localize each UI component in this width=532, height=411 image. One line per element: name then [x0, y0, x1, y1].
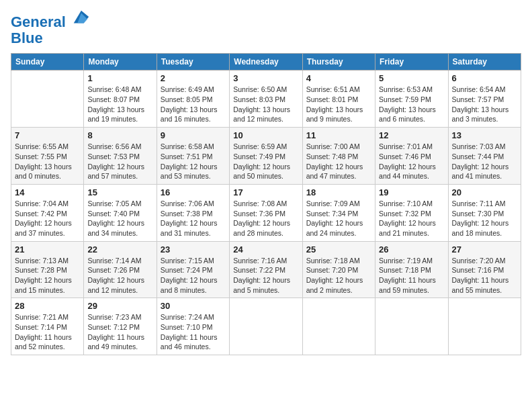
weekday-header-friday: Friday	[375, 54, 448, 71]
day-number: 27	[452, 244, 517, 255]
day-number: 12	[379, 130, 444, 140]
calendar-cell: 16Sunrise: 7:06 AMSunset: 7:38 PMDayligh…	[157, 184, 229, 241]
calendar-cell: 14Sunrise: 7:04 AMSunset: 7:42 PMDayligh…	[11, 184, 84, 241]
day-number: 29	[87, 301, 152, 311]
calendar-cell: 28Sunrise: 7:21 AMSunset: 7:14 PMDayligh…	[11, 298, 84, 355]
calendar-week-1: 1Sunrise: 6:48 AMSunset: 8:07 PMDaylight…	[11, 71, 521, 128]
day-number: 18	[306, 187, 371, 197]
day-info: Sunrise: 6:49 AMSunset: 8:05 PMDaylight:…	[161, 85, 226, 124]
day-number: 4	[306, 73, 371, 83]
day-info: Sunrise: 6:59 AMSunset: 7:49 PMDaylight:…	[233, 142, 298, 181]
weekday-header-wednesday: Wednesday	[230, 54, 302, 71]
day-number: 22	[87, 244, 152, 255]
calendar-cell: 10Sunrise: 6:59 AMSunset: 7:49 PMDayligh…	[230, 128, 302, 185]
calendar-cell: 19Sunrise: 7:10 AMSunset: 7:32 PMDayligh…	[375, 184, 448, 241]
day-info: Sunrise: 7:05 AMSunset: 7:40 PMDaylight:…	[87, 199, 152, 238]
logo: General Blue	[11, 11, 90, 46]
day-number: 23	[161, 244, 226, 255]
day-info: Sunrise: 7:13 AMSunset: 7:28 PMDaylight:…	[15, 256, 80, 295]
day-number: 11	[306, 130, 371, 140]
day-info: Sunrise: 6:50 AMSunset: 8:03 PMDaylight:…	[233, 85, 298, 124]
day-number: 30	[161, 301, 226, 311]
day-number: 15	[87, 187, 152, 197]
calendar-cell: 6Sunrise: 6:54 AMSunset: 7:57 PMDaylight…	[448, 71, 521, 128]
day-number: 19	[379, 187, 444, 197]
calendar-header: SundayMondayTuesdayWednesdayThursdayFrid…	[11, 54, 521, 71]
day-number: 9	[161, 130, 226, 140]
day-number: 2	[161, 73, 226, 83]
day-info: Sunrise: 7:18 AMSunset: 7:20 PMDaylight:…	[306, 256, 371, 295]
calendar-cell: 23Sunrise: 7:15 AMSunset: 7:24 PMDayligh…	[157, 241, 229, 298]
day-info: Sunrise: 7:15 AMSunset: 7:24 PMDaylight:…	[161, 256, 226, 295]
day-info: Sunrise: 7:20 AMSunset: 7:16 PMDaylight:…	[452, 256, 517, 295]
day-number: 26	[379, 244, 444, 255]
day-info: Sunrise: 6:58 AMSunset: 7:51 PMDaylight:…	[161, 142, 226, 181]
day-info: Sunrise: 7:01 AMSunset: 7:46 PMDaylight:…	[379, 142, 444, 181]
weekday-header-tuesday: Tuesday	[157, 54, 229, 71]
day-info: Sunrise: 6:56 AMSunset: 7:53 PMDaylight:…	[87, 142, 152, 181]
logo-icon	[71, 8, 90, 27]
day-number: 13	[452, 130, 517, 140]
day-info: Sunrise: 7:21 AMSunset: 7:14 PMDaylight:…	[15, 312, 80, 352]
day-info: Sunrise: 7:00 AMSunset: 7:48 PMDaylight:…	[306, 142, 371, 181]
day-number: 14	[15, 187, 80, 197]
day-number: 1	[87, 73, 152, 83]
calendar-cell: 30Sunrise: 7:24 AMSunset: 7:10 PMDayligh…	[157, 298, 229, 355]
calendar-cell: 27Sunrise: 7:20 AMSunset: 7:16 PMDayligh…	[448, 241, 521, 298]
calendar-cell: 22Sunrise: 7:14 AMSunset: 7:26 PMDayligh…	[84, 241, 157, 298]
day-number: 10	[233, 130, 298, 140]
day-number: 3	[233, 73, 298, 83]
calendar-cell: 1Sunrise: 6:48 AMSunset: 8:07 PMDaylight…	[84, 71, 157, 128]
day-info: Sunrise: 6:51 AMSunset: 8:01 PMDaylight:…	[306, 85, 371, 124]
calendar-week-2: 7Sunrise: 6:55 AMSunset: 7:55 PMDaylight…	[11, 128, 521, 185]
weekday-header-saturday: Saturday	[448, 54, 521, 71]
day-number: 25	[306, 244, 371, 255]
calendar-cell: 8Sunrise: 6:56 AMSunset: 7:53 PMDaylight…	[84, 128, 157, 185]
weekday-header-monday: Monday	[84, 54, 157, 71]
day-info: Sunrise: 7:16 AMSunset: 7:22 PMDaylight:…	[233, 256, 298, 295]
day-number: 8	[87, 130, 152, 140]
day-number: 24	[233, 244, 298, 255]
day-info: Sunrise: 7:24 AMSunset: 7:10 PMDaylight:…	[161, 312, 226, 352]
calendar-cell: 25Sunrise: 7:18 AMSunset: 7:20 PMDayligh…	[302, 241, 375, 298]
calendar-cell: 26Sunrise: 7:19 AMSunset: 7:18 PMDayligh…	[375, 241, 448, 298]
calendar-cell	[302, 298, 375, 355]
calendar-cell	[448, 298, 521, 355]
day-info: Sunrise: 6:54 AMSunset: 7:57 PMDaylight:…	[452, 85, 517, 124]
calendar-cell	[11, 71, 84, 128]
calendar-cell: 24Sunrise: 7:16 AMSunset: 7:22 PMDayligh…	[230, 241, 302, 298]
calendar-cell: 4Sunrise: 6:51 AMSunset: 8:01 PMDaylight…	[302, 71, 375, 128]
calendar-cell: 3Sunrise: 6:50 AMSunset: 8:03 PMDaylight…	[230, 71, 302, 128]
day-info: Sunrise: 7:08 AMSunset: 7:36 PMDaylight:…	[233, 199, 298, 238]
calendar-cell: 2Sunrise: 6:49 AMSunset: 8:05 PMDaylight…	[157, 71, 229, 128]
day-info: Sunrise: 7:23 AMSunset: 7:12 PMDaylight:…	[87, 312, 152, 352]
day-info: Sunrise: 6:55 AMSunset: 7:55 PMDaylight:…	[15, 142, 80, 181]
calendar-cell: 7Sunrise: 6:55 AMSunset: 7:55 PMDaylight…	[11, 128, 84, 185]
calendar-body: 1Sunrise: 6:48 AMSunset: 8:07 PMDaylight…	[11, 71, 521, 355]
calendar-week-3: 14Sunrise: 7:04 AMSunset: 7:42 PMDayligh…	[11, 184, 521, 241]
calendar-week-5: 28Sunrise: 7:21 AMSunset: 7:14 PMDayligh…	[11, 298, 521, 355]
day-number: 5	[379, 73, 444, 83]
day-number: 17	[233, 187, 298, 197]
day-info: Sunrise: 7:19 AMSunset: 7:18 PMDaylight:…	[379, 256, 444, 295]
day-info: Sunrise: 6:53 AMSunset: 7:59 PMDaylight:…	[379, 85, 444, 124]
day-number: 20	[452, 187, 517, 197]
day-number: 28	[15, 301, 80, 311]
day-info: Sunrise: 7:11 AMSunset: 7:30 PMDaylight:…	[452, 199, 517, 238]
calendar-table: SundayMondayTuesdayWednesdayThursdayFrid…	[11, 53, 521, 355]
calendar-cell: 5Sunrise: 6:53 AMSunset: 7:59 PMDaylight…	[375, 71, 448, 128]
day-number: 7	[15, 130, 80, 140]
calendar-cell: 21Sunrise: 7:13 AMSunset: 7:28 PMDayligh…	[11, 241, 84, 298]
page-header: General Blue	[11, 11, 521, 46]
calendar-cell: 17Sunrise: 7:08 AMSunset: 7:36 PMDayligh…	[230, 184, 302, 241]
day-info: Sunrise: 7:06 AMSunset: 7:38 PMDaylight:…	[161, 199, 226, 238]
calendar-cell: 11Sunrise: 7:00 AMSunset: 7:48 PMDayligh…	[302, 128, 375, 185]
calendar-cell: 20Sunrise: 7:11 AMSunset: 7:30 PMDayligh…	[448, 184, 521, 241]
calendar-week-4: 21Sunrise: 7:13 AMSunset: 7:28 PMDayligh…	[11, 241, 521, 298]
weekday-header-thursday: Thursday	[302, 54, 375, 71]
calendar-cell	[375, 298, 448, 355]
day-number: 16	[161, 187, 226, 197]
logo-text: General	[11, 11, 90, 30]
weekday-header-row: SundayMondayTuesdayWednesdayThursdayFrid…	[11, 54, 521, 71]
calendar-cell	[230, 298, 302, 355]
